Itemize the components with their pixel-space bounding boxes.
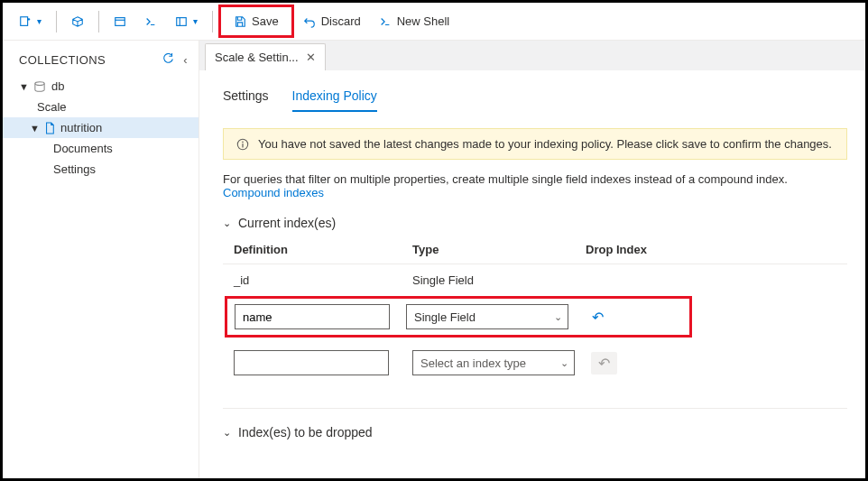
- tree-settings[interactable]: Settings: [3, 159, 199, 180]
- divider: [223, 408, 847, 409]
- chevron-down-icon: ▾: [193, 16, 198, 26]
- new-shell-button[interactable]: New Shell: [370, 9, 459, 33]
- compound-indexes-link[interactable]: Compound indexes: [223, 186, 324, 199]
- top-toolbar: ▾ ▾ Save Discard New Shell: [3, 3, 865, 41]
- svg-point-5: [35, 81, 44, 85]
- sidebar: COLLECTIONS ‹ ▼ db Scale ▼: [3, 41, 199, 478]
- chevron-down-icon: ⌄: [223, 427, 231, 439]
- save-label: Save: [252, 14, 279, 28]
- tree-documents-label: Documents: [53, 142, 113, 155]
- shell-button[interactable]: [135, 10, 166, 33]
- subtab-indexing-policy[interactable]: Indexing Policy: [292, 83, 377, 112]
- tree-scale[interactable]: Scale: [3, 97, 199, 117]
- refresh-icon: [162, 53, 174, 65]
- cell-def: _id: [234, 273, 412, 287]
- info-icon: [236, 138, 249, 151]
- document-icon: [44, 122, 55, 134]
- save-icon: [234, 15, 246, 28]
- separator: [212, 11, 213, 32]
- content-pane: Scale & Settin... ✕ Settings Indexing Po…: [199, 41, 865, 478]
- indexes-table: Definition Type Drop Index _id Single Fi…: [223, 243, 847, 384]
- section-label: Index(es) to be dropped: [238, 425, 373, 439]
- collapse-button[interactable]: ‹: [183, 53, 188, 67]
- revert-button-disabled: ↶: [591, 352, 617, 375]
- desc-text: For queries that filter on multiple prop…: [223, 172, 788, 186]
- index-row-id: _id Single Field: [223, 264, 847, 296]
- separator: [98, 11, 99, 32]
- discard-button[interactable]: Discard: [294, 9, 370, 33]
- chevron-down-icon: ⌄: [554, 311, 562, 323]
- discard-label: Discard: [321, 14, 361, 28]
- type-select-placeholder: Select an index type: [420, 356, 526, 370]
- tree-db-label: db: [51, 79, 64, 93]
- save-button[interactable]: Save: [218, 5, 294, 38]
- prompt-icon: [144, 15, 157, 28]
- svg-rect-0: [21, 16, 28, 25]
- svg-rect-8: [242, 143, 243, 147]
- notice-text: You have not saved the latest changes ma…: [258, 137, 832, 151]
- type-select[interactable]: Single Field ⌄: [406, 304, 568, 329]
- svg-rect-1: [115, 17, 125, 25]
- definition-input[interactable]: [235, 304, 390, 329]
- sidebar-title: COLLECTIONS: [19, 53, 106, 67]
- type-select-new[interactable]: Select an index type ⌄: [412, 350, 575, 375]
- new-shell-label: New Shell: [397, 14, 450, 28]
- type-select-value: Single Field: [414, 310, 476, 324]
- index-row-name-highlight: Single Field ⌄ ↶: [225, 296, 692, 338]
- tabstrip: Scale & Settin... ✕: [199, 41, 865, 70]
- refresh-button[interactable]: [162, 53, 174, 67]
- section-label: Current index(es): [238, 216, 336, 230]
- col-definition: Definition: [234, 243, 412, 256]
- subtabs: Settings Indexing Policy: [223, 83, 847, 112]
- tree-documents[interactable]: Documents: [3, 138, 199, 159]
- tab-scale-settings[interactable]: Scale & Settin... ✕: [205, 43, 326, 70]
- tab-close-button[interactable]: ✕: [306, 51, 316, 64]
- cube-button[interactable]: [62, 10, 93, 33]
- revert-button[interactable]: ↶: [585, 306, 611, 328]
- database-icon: [33, 81, 46, 92]
- tree-nutrition[interactable]: ▼ nutrition: [3, 117, 199, 138]
- prompt-icon: [379, 15, 392, 28]
- description: For queries that filter on multiple prop…: [223, 172, 847, 199]
- definition-input-new[interactable]: [234, 350, 389, 375]
- current-indexes-section[interactable]: ⌄ Current index(es): [223, 216, 847, 230]
- tab-label: Scale & Settin...: [215, 51, 299, 64]
- tree-nutrition-label: nutrition: [60, 121, 102, 134]
- undo-icon: [303, 15, 316, 28]
- chevron-down-icon: ⌄: [560, 357, 568, 369]
- dropped-indexes-section[interactable]: ⌄ Index(es) to be dropped: [223, 425, 847, 439]
- chevron-down-icon: ⌄: [223, 217, 231, 229]
- folder-dropdown-button[interactable]: ▾: [166, 10, 207, 33]
- tree-scale-label: Scale: [37, 100, 67, 114]
- folder-icon: [175, 15, 188, 28]
- cube-icon: [71, 15, 84, 28]
- col-drop: Drop Index: [586, 243, 847, 256]
- cell-type: Single Field: [412, 273, 586, 287]
- caret-down-icon: ▼: [30, 123, 39, 134]
- chevron-down-icon: ▾: [37, 16, 42, 26]
- panel-button[interactable]: [105, 10, 135, 33]
- col-type: Type: [412, 243, 586, 256]
- svg-rect-3: [177, 17, 187, 25]
- tree-settings-label: Settings: [53, 162, 96, 176]
- new-item-button[interactable]: ▾: [10, 10, 51, 33]
- index-row-new: Select an index type ⌄ ↶: [223, 341, 847, 384]
- caret-down-icon: ▼: [19, 81, 28, 92]
- unsaved-notice: You have not saved the latest changes ma…: [223, 128, 847, 160]
- separator: [56, 11, 57, 32]
- panel-icon: [114, 15, 126, 28]
- subtab-settings[interactable]: Settings: [223, 83, 269, 112]
- tree-db[interactable]: ▼ db: [3, 76, 199, 97]
- new-icon: [19, 15, 32, 28]
- tree: ▼ db Scale ▼ nutrition Documents Setting…: [3, 76, 199, 180]
- svg-point-7: [242, 141, 244, 143]
